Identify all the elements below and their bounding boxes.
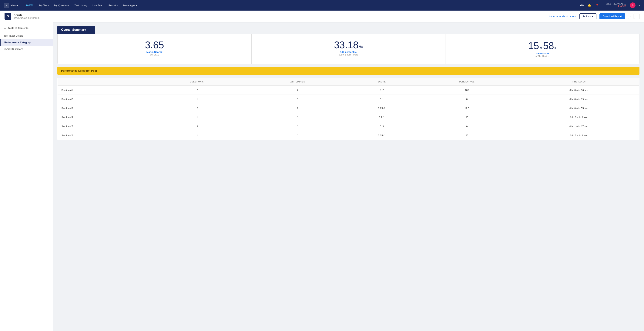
nav-item-my-questions[interactable]: My Questions <box>54 4 69 7</box>
col-header-questions: QUESTION(S) <box>147 78 247 86</box>
nav-item-my-tests[interactable]: My Tests <box>39 4 49 7</box>
percentile-block: 33.18 % 100 percentile out of 1 Test Tak… <box>252 34 446 64</box>
table-header-row: QUESTION(S) ATTTEMPTED SCORE PERCENTAGE … <box>58 78 640 86</box>
cell-attempted-2: 2 <box>247 104 348 113</box>
credits-label: CREDITS AVAILABLE <box>606 3 626 5</box>
cell-percentage-5: 25 <box>416 131 518 140</box>
nav-link-my-tests[interactable]: My Tests <box>39 4 49 7</box>
nav-item-report[interactable]: Report + <box>108 4 118 7</box>
time-label-secondary: of 1hr 20mins <box>449 55 636 58</box>
marks-value: 3.65 <box>145 40 164 50</box>
nav-link-more-apps[interactable]: More Apps ▾ <box>123 4 137 7</box>
cell-score-4: 0 /3 <box>348 122 416 131</box>
credits-box: CREDITS AVAILABLE ₹ -6,520 <box>603 3 626 8</box>
marks-label-primary: Marks Scored <box>61 50 248 54</box>
percentile-label-primary: 100 percentile <box>255 50 442 54</box>
section-header-wrap: Overall Summary <box>58 26 640 34</box>
percentile-value: 33.18 <box>334 40 358 50</box>
cell-section-2: Section #3 <box>58 104 147 113</box>
next-arrow-button[interactable]: › <box>634 14 640 19</box>
performance-category-text: Performance Category: Poor <box>61 69 97 72</box>
cell-score-2: 0.25 /2 <box>348 104 416 113</box>
performance-category-bar: Performance Category: Poor <box>58 67 640 75</box>
percentile-value-wrap: 33.18 % <box>255 40 442 50</box>
nav-link-test-library[interactable]: Test Library <box>74 4 87 7</box>
time-s-unit: s <box>554 46 556 50</box>
help-icon[interactable]: ❓ <box>595 4 599 7</box>
nav-links: My Tests My Questions Test Library Live … <box>39 4 137 7</box>
header-actions: Know more about reports Actions ▾ Downlo… <box>549 14 640 19</box>
bell-icon[interactable]: 🔔 <box>588 4 591 7</box>
cell-questions-2: 2 <box>147 104 247 113</box>
nav-left: M Mercer mettl My Tests My Questions Tes… <box>4 3 137 8</box>
cell-time-4: 0 hr 1 min 17 sec <box>518 122 640 131</box>
nav-link-my-questions[interactable]: My Questions <box>54 4 69 7</box>
download-report-button[interactable]: Download Report <box>600 14 625 19</box>
table-row: Section #1 2 2 2 /2 100 0 hr 0 min 16 se… <box>58 86 640 95</box>
nav-item-more-apps[interactable]: More Apps ▾ <box>123 4 137 7</box>
time-seconds: 58 <box>543 40 554 51</box>
cell-percentage-1: 0 <box>416 95 518 104</box>
cell-attempted-4: 1 <box>247 122 348 131</box>
cell-score-5: 0.25 /1 <box>348 131 416 140</box>
user-dropdown-icon[interactable]: ▾ <box>639 4 640 6</box>
time-minutes: 15 <box>528 40 539 51</box>
actions-btn-label: Actions <box>583 15 591 18</box>
cell-attempted-3: 1 <box>247 113 348 122</box>
main-layout: ☰ Table of Contents Test Taker Details P… <box>0 22 644 331</box>
cell-time-2: 0 hr 8 min 55 sec <box>518 104 640 113</box>
marks-scored-block: 3.65 Marks Scored out of 11 <box>58 34 252 64</box>
nav-arrows: ‹ › <box>628 14 640 19</box>
mercer-logo-icon: M <box>4 3 9 8</box>
nav-link-report[interactable]: Report + <box>108 4 118 7</box>
font-size-icon[interactable]: Aa <box>580 4 584 7</box>
nav-item-live-feed[interactable]: Live Feed <box>92 4 103 7</box>
cell-questions-5: 1 <box>147 131 247 140</box>
cell-section-3: Section #4 <box>58 113 147 122</box>
cell-section-0: Section #1 <box>58 86 147 95</box>
nav-link-live-feed[interactable]: Live Feed <box>92 4 103 7</box>
sidebar-header: ☰ Table of Contents <box>0 25 53 32</box>
nav-item-test-library[interactable]: Test Library <box>74 4 87 7</box>
cell-section-4: Section #5 <box>58 122 147 131</box>
table-row: Section #3 2 2 0.25 /2 12.5 0 hr 8 min 5… <box>58 104 640 113</box>
cell-percentage-0: 100 <box>416 86 518 95</box>
cell-percentage-4: 0 <box>416 122 518 131</box>
logo-divider <box>23 3 23 8</box>
cell-score-3: 0.9 /1 <box>348 113 416 122</box>
user-info: S Shruti shruti.rawat@mercer.com <box>4 13 40 20</box>
col-header-score: SCORE <box>348 78 416 86</box>
sidebar: ☰ Table of Contents Test Taker Details P… <box>0 22 53 331</box>
sections-table: QUESTION(S) ATTTEMPTED SCORE PERCENTAGE … <box>58 78 640 140</box>
nav-right: Aa 🔔 ❓ CREDITS AVAILABLE ₹ -6,520 S ▾ <box>580 2 640 8</box>
top-nav: M Mercer mettl My Tests My Questions Tes… <box>0 0 644 10</box>
sidebar-item-performance-category[interactable]: Performance Category <box>0 39 53 46</box>
list-icon: ☰ <box>4 26 6 30</box>
table-header: QUESTION(S) ATTTEMPTED SCORE PERCENTAGE … <box>58 78 640 86</box>
cell-attempted-0: 2 <box>247 86 348 95</box>
section-title-bar: Overall Summary <box>58 26 95 34</box>
cell-questions-4: 3 <box>147 122 247 131</box>
col-header-attempted: ATTTEMPTED <box>247 78 348 86</box>
prev-arrow-button[interactable]: ‹ <box>628 14 634 19</box>
col-header-percentage: PERCENTAGE <box>416 78 518 86</box>
credits-value: ₹ -6,520 <box>606 5 626 8</box>
marks-label-secondary: out of 11 <box>61 54 248 56</box>
cell-section-1: Section #2 <box>58 95 147 104</box>
cell-attempted-1: 1 <box>247 95 348 104</box>
sidebar-item-overall-summary[interactable]: Overall Summary <box>0 46 53 52</box>
cell-percentage-2: 12.5 <box>416 104 518 113</box>
table-row: Section #5 3 1 0 /3 0 0 hr 1 min 17 sec <box>58 122 640 131</box>
logo-mercer: Mercer <box>10 4 20 7</box>
know-more-link[interactable]: Know more about reports <box>549 15 576 18</box>
cell-score-0: 2 /2 <box>348 86 416 95</box>
user-avatar-nav[interactable]: S <box>630 2 636 8</box>
logo-area: M Mercer mettl <box>4 3 33 8</box>
sidebar-item-test-taker-details[interactable]: Test Taker Details <box>0 32 53 39</box>
actions-button[interactable]: Actions ▾ <box>580 14 596 19</box>
cell-section-5: Section #6 <box>58 131 147 140</box>
cell-questions-0: 2 <box>147 86 247 95</box>
cell-time-3: 0 hr 0 min 4 sec <box>518 113 640 122</box>
cell-time-0: 0 hr 0 min 16 sec <box>518 86 640 95</box>
table-row: Section #2 1 1 0 /1 0 0 hr 0 min 19 sec <box>58 95 640 104</box>
